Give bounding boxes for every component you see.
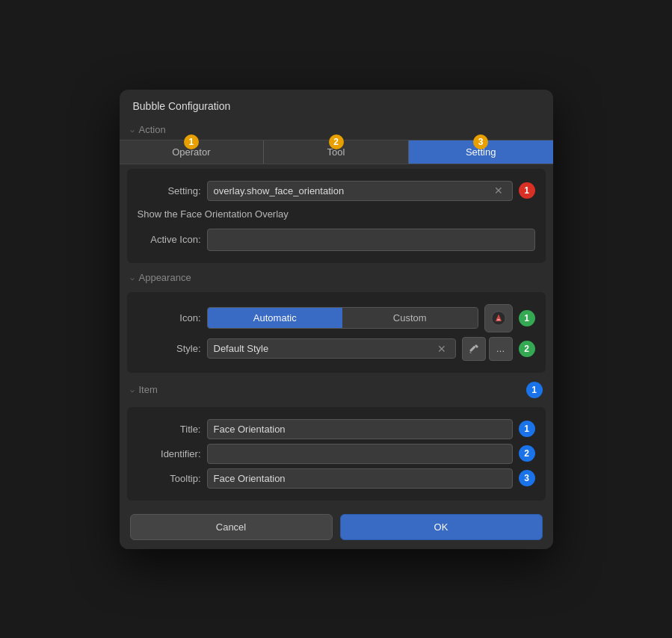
- identifier-label: Identifier:: [138, 448, 201, 459]
- tooltip-input[interactable]: [214, 469, 506, 488]
- tooltip-label: Tooltip:: [138, 473, 201, 484]
- style-edit-button[interactable]: [462, 337, 486, 361]
- icon-label: Icon:: [138, 312, 201, 323]
- setting-clear-button[interactable]: ✕: [491, 184, 506, 197]
- icon-picker-button[interactable]: [484, 304, 513, 332]
- title-field-row: Title: 1: [138, 419, 535, 439]
- svg-rect-1: [469, 345, 475, 351]
- tab-num-2: 2: [329, 134, 344, 149]
- icon-field-row: Icon: Automatic Custom 1: [138, 304, 535, 332]
- item-section-header: ⌵ Item 1: [120, 377, 553, 403]
- appearance-label: Appearance: [139, 272, 191, 283]
- title-input-container: [207, 419, 513, 439]
- dialog-footer: Cancel OK: [120, 505, 553, 549]
- setting-section: Setting: ✕ 1 Show the Face Orientation O…: [127, 169, 546, 263]
- tab-num-3: 3: [473, 134, 488, 149]
- style-more-icon: …: [496, 344, 505, 354]
- style-input-container: ✕: [207, 338, 456, 359]
- appearance-chevron-icon: ⌵: [130, 273, 135, 282]
- identifier-input-container: [207, 444, 513, 464]
- tab-num-1: 1: [184, 134, 199, 149]
- setting-badge: 1: [519, 182, 535, 199]
- tab-bar: 1 Operator 2 Tool 3 Setting: [120, 140, 553, 164]
- bubble-config-dialog: Bubble Configuration ⌵ Action 1 Operator…: [120, 90, 553, 549]
- item-badge1: 1: [526, 382, 543, 398]
- style-more-button[interactable]: …: [489, 337, 513, 361]
- style-label: Style:: [138, 343, 201, 354]
- icon-auto-btn[interactable]: Automatic: [208, 308, 343, 328]
- style-input[interactable]: [214, 339, 434, 358]
- ok-button[interactable]: OK: [340, 514, 543, 540]
- active-icon-label: Active Icon:: [138, 234, 201, 245]
- pencil-icon: [468, 343, 480, 355]
- cancel-button[interactable]: Cancel: [130, 514, 333, 540]
- setting-input[interactable]: [214, 182, 491, 200]
- identifier-input[interactable]: [214, 445, 506, 463]
- svg-marker-3: [469, 352, 472, 353]
- item-label: Item: [139, 384, 158, 395]
- style-badge: 2: [519, 341, 535, 357]
- identifier-badge: 2: [519, 445, 535, 462]
- style-buttons: …: [462, 337, 513, 361]
- identifier-field-row: Identifier: 2: [138, 444, 535, 464]
- setting-field-row: Setting: ✕ 1: [138, 181, 535, 201]
- setting-input-container: ✕: [207, 181, 513, 201]
- tooltip-badge: 3: [519, 470, 535, 486]
- icon-segmented-control: Automatic Custom: [207, 307, 478, 329]
- action-chevron-icon: ⌵: [130, 126, 135, 134]
- appearance-section-header: ⌵ Appearance: [120, 267, 553, 288]
- action-label: Action: [139, 124, 166, 135]
- title-badge: 1: [519, 421, 535, 437]
- icon-controls: Automatic Custom 1: [207, 304, 535, 332]
- tooltip-field-row: Tooltip: 3: [138, 468, 535, 489]
- setting-description: Show the Face Orientation Overlay: [138, 205, 535, 224]
- title-input[interactable]: [214, 420, 506, 439]
- active-icon-input[interactable]: [207, 229, 535, 251]
- appearance-section: Icon: Automatic Custom 1: [127, 292, 546, 373]
- icon-picker-icon: [490, 310, 507, 326]
- tab-tool[interactable]: 2 Tool: [264, 140, 409, 164]
- setting-label: Setting:: [138, 185, 201, 196]
- item-chevron-icon: ⌵: [130, 385, 135, 394]
- title-label: Title:: [138, 424, 201, 435]
- tab-operator[interactable]: 1 Operator: [120, 140, 265, 164]
- dialog-title: Bubble Configuration: [120, 90, 553, 120]
- icon-custom-btn[interactable]: Custom: [342, 308, 478, 328]
- tooltip-input-container: [207, 468, 513, 489]
- icon-badge: 1: [519, 310, 535, 326]
- active-icon-row: Active Icon:: [138, 229, 535, 251]
- item-section: Title: 1 Identifier: 2 Tooltip: 3: [127, 407, 546, 501]
- style-clear-button[interactable]: ✕: [434, 342, 449, 356]
- tab-setting[interactable]: 3 Setting: [409, 140, 553, 164]
- style-field-row: Style: ✕ … 2: [138, 337, 535, 361]
